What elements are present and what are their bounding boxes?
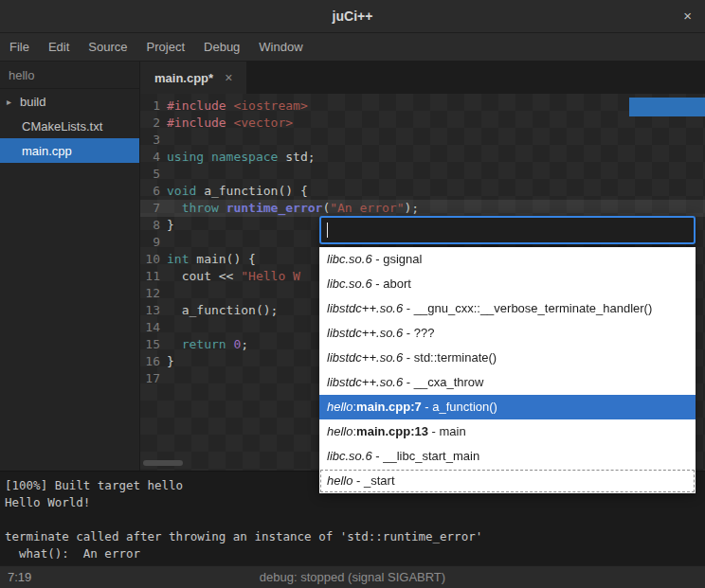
frame-module: libstdc++.so.6 <box>327 350 403 365</box>
frame-module: hello <box>327 473 352 488</box>
menu-item-debug[interactable]: Debug <box>194 40 249 54</box>
line-number: 2 <box>140 115 167 132</box>
text-cursor-icon <box>327 223 328 238</box>
line-number: 16 <box>140 353 167 370</box>
frame-module: libstdc++.so.6 <box>327 301 403 315</box>
tab-main-cpp[interactable]: main.cpp* × <box>140 62 246 94</box>
backtrace-item[interactable]: libc.so.6 - abort <box>319 272 696 296</box>
frame-module: hello <box>327 424 352 438</box>
line-number: 12 <box>140 285 167 302</box>
window-title: juCi++ <box>333 9 373 24</box>
expander-icon[interactable]: ▸ <box>7 97 20 107</box>
output-line: Hello World! <box>5 494 700 511</box>
cursor-position: 7:19 <box>8 570 31 584</box>
backtrace-item[interactable]: hello - _start <box>319 469 696 493</box>
menu-item-file[interactable]: File <box>0 40 39 54</box>
code-line[interactable]: 6void a_function() { <box>140 183 705 200</box>
output-line: what(): An error <box>5 545 700 562</box>
backtrace-item[interactable]: libc.so.6 - gsignal <box>319 247 696 272</box>
tree-item-label: CMakeLists.txt <box>22 119 102 134</box>
tab-label: main.cpp* <box>154 71 213 85</box>
frame-module: libc.so.6 <box>327 449 372 463</box>
code-line[interactable]: 2#include <vector> <box>140 115 705 132</box>
line-number: 6 <box>140 183 167 200</box>
tree-item-label: main.cpp <box>22 144 72 158</box>
sidebar-item-cmakelists-txt[interactable]: CMakeLists.txt <box>0 114 139 138</box>
line-number: 17 <box>140 370 167 387</box>
backtrace-item[interactable]: libc.so.6 - __libc_start_main <box>319 444 696 469</box>
code-line[interactable]: 1#include <iostream> <box>140 98 705 115</box>
line-number: 13 <box>140 302 167 319</box>
code-text: cout << "Hello W <box>167 268 300 285</box>
title-bar: juCi++ × <box>0 0 705 33</box>
code-line[interactable]: 4using namespace std; <box>140 149 705 166</box>
tree-item-label: build <box>20 95 45 109</box>
code-text: } <box>167 353 174 370</box>
line-number: 15 <box>140 336 167 353</box>
window-close-icon[interactable]: × <box>683 8 692 25</box>
frame-module: libstdc++.so.6 <box>327 326 403 340</box>
file-tree: ▸buildCMakeLists.txtmain.cpp <box>0 89 139 163</box>
line-number: 8 <box>140 217 167 234</box>
backtrace-list: libc.so.6 - gsignallibc.so.6 - abortlibs… <box>319 247 696 493</box>
backtrace-item[interactable]: libstdc++.so.6 - ??? <box>319 321 696 346</box>
frame-module: libstdc++.so.6 <box>327 375 403 389</box>
debug-status: debug: stopped (signal SIGABRT) <box>260 570 445 584</box>
frame-location: main.cpp:7 <box>356 400 422 414</box>
menu-item-project[interactable]: Project <box>137 40 194 54</box>
project-name: hello <box>0 62 139 89</box>
status-bar: 7:19 debug: stopped (signal SIGABRT) <box>0 565 705 588</box>
sidebar: hello ▸buildCMakeLists.txtmain.cpp <box>0 62 140 471</box>
backtrace-item[interactable]: libstdc++.so.6 - __gnu_cxx::__verbose_te… <box>319 296 696 321</box>
code-text: #include <iostream> <box>167 98 308 115</box>
sidebar-item-main-cpp[interactable]: main.cpp <box>0 138 139 163</box>
backtrace-item[interactable]: libstdc++.so.6 - __cxa_throw <box>319 370 696 395</box>
frame-module: libc.so.6 <box>327 252 372 266</box>
code-text: throw runtime_error("An error"); <box>167 200 419 217</box>
code-text: using namespace std; <box>167 149 316 166</box>
backtrace-item[interactable]: hello:main.cpp:13 - main <box>319 419 696 444</box>
scrollbar-thumb[interactable] <box>629 98 705 116</box>
backtrace-item[interactable]: libstdc++.so.6 - std::terminate() <box>319 346 696 370</box>
line-number: 11 <box>140 268 167 285</box>
tab-close-icon[interactable]: × <box>225 70 232 85</box>
output-line <box>5 511 700 528</box>
code-text: a_function(); <box>167 302 278 319</box>
line-number: 7 <box>140 200 167 217</box>
frame-module: hello <box>327 400 352 414</box>
code-text: void a_function() { <box>167 183 308 200</box>
code-text: } <box>167 217 174 234</box>
menu-item-edit[interactable]: Edit <box>39 40 79 54</box>
backtrace-item[interactable]: hello:main.cpp:7 - a_function() <box>319 395 696 419</box>
sidebar-item-build[interactable]: ▸build <box>0 89 139 114</box>
line-number: 5 <box>140 166 167 183</box>
menu-item-window[interactable]: Window <box>249 40 312 54</box>
tab-bar: main.cpp* × <box>140 62 705 94</box>
code-text: int main() { <box>167 251 256 268</box>
line-number: 1 <box>140 98 167 115</box>
line-number: 9 <box>140 234 167 251</box>
frame-module: libc.so.6 <box>327 276 372 291</box>
code-text: #include <vector> <box>167 115 293 132</box>
backtrace-filter <box>319 216 696 244</box>
line-number: 14 <box>140 319 167 336</box>
menu-item-source[interactable]: Source <box>79 40 136 54</box>
code-line[interactable]: 5 <box>140 166 705 183</box>
menu-bar: FileEditSourceProjectDebugWindow <box>0 33 705 62</box>
code-line[interactable]: 7 throw runtime_error("An error"); <box>140 200 705 217</box>
output-line: terminate called after throwing an insta… <box>5 528 700 545</box>
h-scrollbar-thumb[interactable] <box>143 460 183 466</box>
app-window: juCi++ × FileEditSourceProjectDebugWindo… <box>0 0 705 588</box>
frame-location: main.cpp:13 <box>356 424 428 438</box>
line-number: 10 <box>140 251 167 268</box>
line-number: 3 <box>140 132 167 149</box>
code-text: return 0; <box>167 336 248 353</box>
backtrace-popup: libc.so.6 - gsignallibc.so.6 - abortlibs… <box>319 216 696 493</box>
backtrace-filter-input[interactable] <box>319 216 696 244</box>
line-number: 4 <box>140 149 167 166</box>
code-line[interactable]: 3 <box>140 132 705 149</box>
